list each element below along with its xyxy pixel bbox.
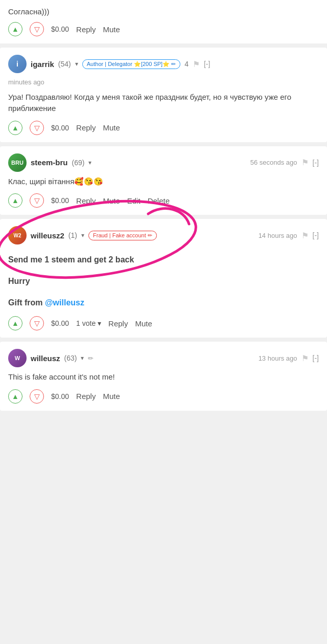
reward-value: $0.00 <box>51 392 69 401</box>
upvote-button[interactable]: ▲ <box>8 316 22 330</box>
top-partial-card: Согласна))) ▲ ▽ $0.00 Reply Mute <box>0 0 327 43</box>
comment-line-1: Send me 1 steem and get 2 back <box>8 254 319 266</box>
action-bar: ▲ ▽ $0.00 Reply Mute <box>8 121 319 135</box>
comment-header: BRU steem-bru (69) ▾ 56 seconds ago ⚑ [-… <box>8 153 319 172</box>
mute-button[interactable]: Mute <box>103 392 120 401</box>
edit-icon: ✏ <box>88 354 94 362</box>
reputation: (69) <box>72 159 85 167</box>
flag-icon[interactable]: ⚑ <box>301 353 309 363</box>
username[interactable]: willeusz <box>31 354 60 363</box>
comment-body: Клас, щирі вітання🥰😘😘 <box>8 176 319 188</box>
reply-button[interactable]: Reply <box>76 392 96 401</box>
avatar: W <box>8 349 27 367</box>
timestamp: minutes ago <box>8 77 319 87</box>
username[interactable]: steem-bru <box>31 158 68 167</box>
avatar: i <box>8 55 27 73</box>
collapse-button[interactable]: [-] <box>313 354 319 362</box>
comment-igarrik: i igarrik (54) ▾ Author | Delegator ⭐[20… <box>0 48 327 142</box>
avatar: W2 <box>8 226 27 245</box>
dropdown-icon[interactable]: ▾ <box>88 159 91 166</box>
action-bar: ▲ ▽ $0.00 Reply Mute Edit Delete <box>8 193 319 208</box>
reward-value: $0.00 <box>51 25 69 33</box>
reply-button[interactable]: Reply <box>108 319 128 328</box>
reputation: (1) <box>68 231 77 239</box>
downvote-button[interactable]: ▽ <box>30 22 44 36</box>
comment-body: Send me 1 steem and get 2 back Hurry Gif… <box>8 249 319 309</box>
dropdown-icon[interactable]: ▾ <box>75 60 78 68</box>
comment-willeusz: W willeusz (63) ▾ ✏ 13 hours ago ⚑ [-] T… <box>0 342 327 411</box>
mute-button[interactable]: Mute <box>103 25 120 34</box>
delete-button[interactable]: Delete <box>148 196 170 205</box>
upvote-button[interactable]: ▲ <box>8 121 22 135</box>
vote-count[interactable]: 1 vote ▾ <box>76 319 101 327</box>
reply-button[interactable]: Reply <box>76 196 96 205</box>
fraud-badge: Fraud | Fake account ✏ <box>88 231 157 240</box>
downvote-button[interactable]: ▽ <box>30 316 44 330</box>
comment-line-2: Hurry <box>8 275 319 287</box>
reward-value: $0.00 <box>51 124 69 132</box>
timestamp: 13 hours ago <box>259 354 297 362</box>
reward-value: $0.00 <box>51 196 69 205</box>
comment-willeusz2: W2 willeusz2 (1) ▾ Fraud | Fake account … <box>0 219 327 338</box>
action-bar: ▲ ▽ $0.00 Reply Mute <box>8 389 319 404</box>
comment-header: W willeusz (63) ▾ ✏ 13 hours ago ⚑ [-] <box>8 349 319 367</box>
author-badge: Author | Delegator ⭐[200 SP]⭐ ✏ <box>82 59 180 69</box>
collapse-button[interactable]: [-] <box>313 231 319 239</box>
flag-icon[interactable]: ⚑ <box>193 59 200 69</box>
username[interactable]: willeusz2 <box>31 231 64 240</box>
collapse-button[interactable]: [-] <box>204 60 210 68</box>
action-bar: ▲ ▽ $0.00 1 vote ▾ Reply Mute <box>8 316 319 330</box>
flag-icon[interactable]: ⚑ <box>301 158 309 167</box>
reply-button[interactable]: Reply <box>76 25 96 34</box>
edit-button[interactable]: Edit <box>127 196 141 205</box>
comment-body: This is fake account it's not me! <box>8 371 319 383</box>
avatar: BRU <box>8 153 27 172</box>
mute-button[interactable]: Mute <box>103 196 120 205</box>
downvote-button[interactable]: ▽ <box>30 193 44 208</box>
comment-line-3: Gift from @willeusz <box>8 297 319 309</box>
flag-icon[interactable]: ⚑ <box>301 231 309 240</box>
comment-header: i igarrik (54) ▾ Author | Delegator ⭐[20… <box>8 55 319 73</box>
mute-button[interactable]: Mute <box>135 319 152 328</box>
mention-link[interactable]: @willeusz <box>45 298 84 307</box>
partial-comment-text: Согласна))) <box>8 7 319 16</box>
collapse-button[interactable]: [-] <box>313 159 319 167</box>
dropdown-icon[interactable]: ▾ <box>81 232 84 239</box>
upvote-button[interactable]: ▲ <box>8 193 22 208</box>
dropdown-icon[interactable]: ▾ <box>81 354 84 362</box>
reward-value: $0.00 <box>51 319 69 327</box>
reputation: (63) <box>64 354 77 362</box>
reply-button[interactable]: Reply <box>76 123 96 132</box>
reputation: (54) <box>58 60 71 68</box>
timestamp: 56 seconds ago <box>250 159 297 166</box>
count: 4 <box>184 60 189 68</box>
downvote-button[interactable]: ▽ <box>30 389 44 404</box>
username[interactable]: igarrik <box>31 60 54 69</box>
action-bar: ▲ ▽ $0.00 Reply Mute <box>8 22 319 36</box>
comment-header: W2 willeusz2 (1) ▾ Fraud | Fake account … <box>8 226 319 245</box>
comment-steem-bru: BRU steem-bru (69) ▾ 56 seconds ago ⚑ [-… <box>0 146 327 215</box>
timestamp: 14 hours ago <box>259 232 297 239</box>
comment-body: Ура! Поздравляю! Когда у меня такой же п… <box>8 92 319 115</box>
downvote-button[interactable]: ▽ <box>30 121 44 135</box>
upvote-button[interactable]: ▲ <box>8 22 22 36</box>
upvote-button[interactable]: ▲ <box>8 389 22 404</box>
mute-button[interactable]: Mute <box>103 123 120 132</box>
